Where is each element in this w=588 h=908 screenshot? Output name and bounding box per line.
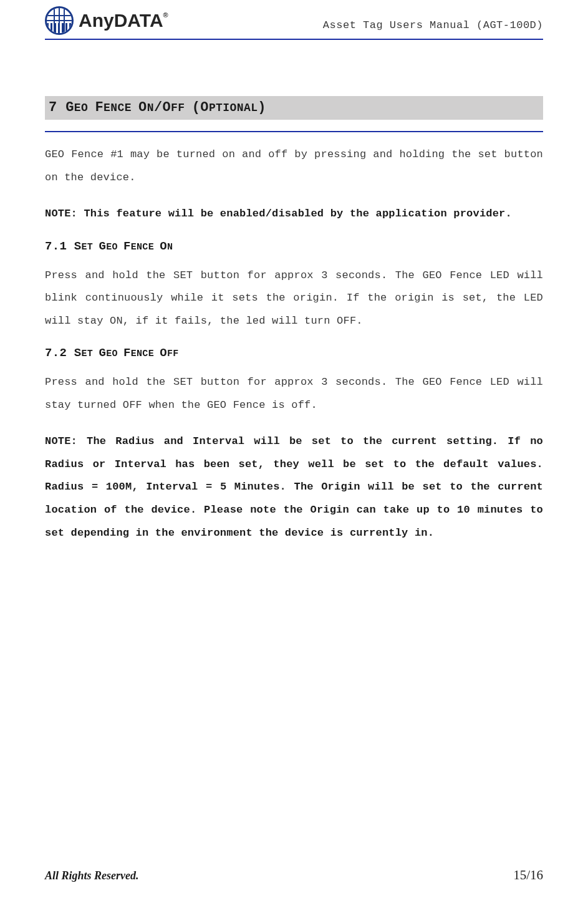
paragraph-7-2: Press and hold the SET button for approx… [45, 371, 543, 417]
subsection-title-part: F [123, 239, 131, 253]
subsection-heading-7-1: 7.1 SET GEO FENCE ON [45, 239, 543, 253]
subsection-title-part: O [160, 346, 167, 360]
subsection-title-part: O [160, 239, 167, 253]
registered-mark: ® [163, 11, 168, 19]
section-title-part: / [154, 100, 163, 115]
brand-text: AnyDATA [79, 10, 163, 31]
subsection-number: 7.1 [45, 239, 67, 253]
subsection-title-part: ENCE [131, 349, 160, 359]
subsection-title-part: ET [82, 349, 99, 359]
note-paragraph: NOTE: This feature will be enabled/disab… [45, 203, 543, 226]
subsection-title-part: ET [82, 242, 99, 253]
subsection-title-part: S [74, 346, 82, 360]
page: AnyDATA® Asset Tag Users Manual (AGT-100… [0, 0, 588, 908]
subsection-title-part: F [123, 346, 131, 360]
footer-rights: All Rights Reserved. [45, 869, 139, 882]
globe-icon [45, 6, 74, 35]
page-header: AnyDATA® Asset Tag Users Manual (AGT-100… [45, 0, 543, 39]
section-number: 7 [49, 100, 57, 115]
section-heading-bar: 7 GEO FENCE ON/OFF (OPTIONAL) [45, 96, 543, 120]
section-title-part: ) [258, 100, 266, 115]
section-title-part: ( [192, 100, 201, 115]
subsection-title-part: EO [106, 242, 123, 253]
subsection-title-part: G [99, 239, 106, 253]
subsection-title-part: N [167, 242, 173, 253]
section-title-part: ENCE [104, 102, 138, 114]
brand-name: AnyDATA® [79, 10, 168, 31]
section-title-part: PTIONAL [209, 102, 258, 114]
section-title-part: N [147, 102, 154, 114]
section-title-part: O [162, 100, 171, 115]
document-title: Asset Tag Users Manual (AGT-100D) [323, 11, 543, 31]
subsection-title-part: FF [167, 349, 179, 359]
section-divider [45, 131, 543, 132]
section-title-part: O [138, 100, 147, 115]
brand-logo-block: AnyDATA® [45, 6, 168, 35]
section-title-part: O [200, 100, 209, 115]
subsection-title-part: ENCE [131, 242, 160, 253]
paragraph-7-1: Press and hold the SET button for approx… [45, 264, 543, 333]
header-divider [45, 39, 543, 40]
section-title-part: EO [74, 102, 95, 114]
section-title-part: G [65, 100, 74, 115]
subsection-title-part: EO [106, 349, 123, 359]
subsection-title-part: S [74, 239, 82, 253]
subsection-title-part: G [99, 346, 106, 360]
section-title-part: FF [171, 102, 192, 114]
intro-paragraph: GEO Fence #1 may be turned on and off by… [45, 143, 543, 189]
subsection-heading-7-2: 7.2 SET GEO FENCE OFF [45, 346, 543, 360]
page-footer: All Rights Reserved. 15/16 [45, 867, 543, 883]
subsection-number: 7.2 [45, 346, 74, 360]
section-title-part: F [95, 100, 104, 115]
footer-page-number: 15/16 [513, 867, 543, 883]
note-paragraph-2: NOTE: The Radius and Interval will be se… [45, 430, 543, 544]
